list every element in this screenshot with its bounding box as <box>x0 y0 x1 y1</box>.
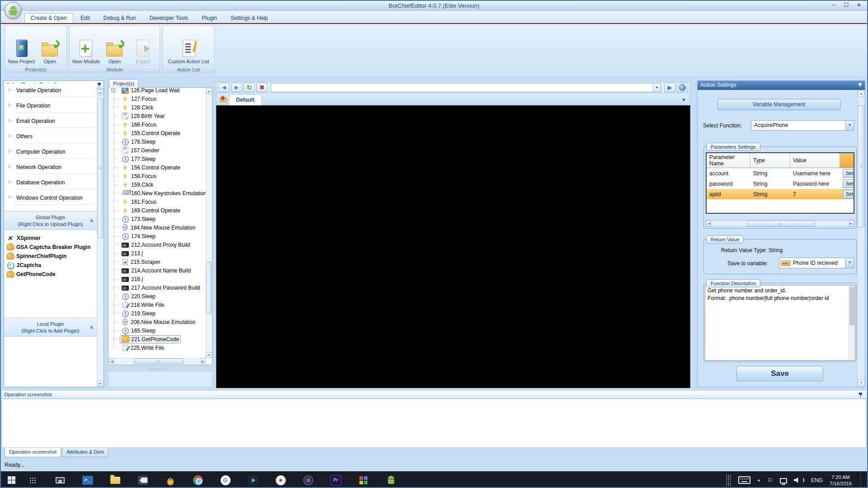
ribbon-button-custom-action-list[interactable]: Custom Action List <box>165 27 212 66</box>
action-center-flag-icon[interactable]: ⚐ <box>767 477 773 483</box>
action-step-213[interactable]: 213.| <box>109 249 206 258</box>
scroll-up-icon[interactable]: ▲ <box>206 88 212 94</box>
plugin-getphonecode[interactable]: GetPhoneCode <box>7 270 97 279</box>
action-step-177[interactable]: 177.Sleep <box>109 155 206 163</box>
file-explorer-icon[interactable] <box>109 474 122 487</box>
settings-panel-scrollbar[interactable]: ▲ ≡ ▼ <box>857 90 865 387</box>
scroll-down-icon[interactable]: ▼ <box>858 380 864 386</box>
show-desktop-button[interactable] <box>860 471 863 488</box>
scroll-down-icon[interactable]: ▼ <box>206 352 212 358</box>
action-step-169[interactable]: 169.Control Operate <box>109 206 206 215</box>
action-step-217[interactable]: 217.Account Password Build <box>109 283 206 292</box>
menu-tab-developer-tools[interactable]: Developer Tools <box>143 13 195 23</box>
scroll-right-icon[interactable]: ▶ <box>200 358 206 364</box>
browser-tab-default[interactable]: Default <box>229 94 262 105</box>
action-step-218[interactable]: 218.Write File <box>109 300 206 309</box>
camera-app-icon[interactable] <box>302 474 315 487</box>
plugin-2captcha[interactable]: 2Captcha <box>7 261 97 270</box>
menu-tab-settings-help[interactable]: Settings & Help <box>224 13 274 23</box>
app-logo-android-icon[interactable] <box>5 2 22 19</box>
chrome-icon[interactable] <box>192 474 204 487</box>
parameter-row-apiid[interactable]: apiidString7Set <box>707 189 854 199</box>
dropdown-arrow-icon[interactable]: ▼ <box>845 121 854 130</box>
movie-app-icon[interactable] <box>137 474 149 487</box>
action-step-159[interactable]: 159.Click <box>109 180 206 189</box>
parameters-hscrollbar[interactable]: ◀ |||| ▶ <box>706 220 854 227</box>
network-icon[interactable] <box>780 478 787 483</box>
back-button[interactable] <box>218 83 230 92</box>
menu-tab-edit[interactable]: Edit <box>74 13 96 23</box>
scroll-thumb[interactable]: |||| <box>747 221 815 226</box>
tab-list-dropdown-icon[interactable]: ▼ <box>682 98 686 102</box>
action-category-database-operation[interactable]: Database Operation <box>4 176 97 191</box>
ribbon-button-open[interactable]: Open <box>100 27 129 66</box>
forward-button[interactable] <box>231 83 242 92</box>
pen-dots-icon[interactable] <box>726 474 731 486</box>
premiere-icon[interactable] <box>330 474 342 487</box>
action-step-184[interactable]: 184.New Mouse Emulation <box>109 223 206 232</box>
scroll-left-icon[interactable]: ◀ <box>109 358 115 364</box>
globe-button[interactable] <box>677 83 688 92</box>
action-category-email-operation[interactable]: Email Operation <box>4 114 97 130</box>
volume-icon[interactable] <box>794 477 800 483</box>
action-step-220[interactable]: 220.Sleep <box>109 292 206 300</box>
cube-app-icon[interactable] <box>357 474 370 487</box>
pineapple-app-icon[interactable] <box>164 474 177 487</box>
action-panel-scrollbar[interactable]: ▲ ≡ ▼ <box>97 89 104 387</box>
action-step-166[interactable]: 166.Focus <box>109 120 206 129</box>
dark-media-app-icon[interactable] <box>247 474 259 487</box>
title-bar[interactable]: BotChiefEditor 4.0.7 (Elite Version) ─ ☐… <box>1 1 867 11</box>
powershell-icon[interactable] <box>81 474 94 487</box>
pin-icon[interactable] <box>858 83 862 88</box>
menu-tab-create-open[interactable]: Create & Open <box>24 13 73 23</box>
tab-attributes-dom[interactable]: Attributes & Dom <box>62 448 108 457</box>
parameter-row-account[interactable]: accountStringUsername hereSet <box>707 168 854 178</box>
action-step-178[interactable]: 178.Sleep <box>109 137 206 146</box>
url-input[interactable]: ▼ <box>271 83 661 92</box>
action-step-221[interactable]: 221.GetPhoneCode <box>109 335 206 343</box>
url-dropdown-icon[interactable]: ▼ <box>653 84 660 92</box>
touch-keyboard-icon[interactable] <box>738 476 750 484</box>
action-step-206[interactable]: 206.New Mouse Emulation <box>109 318 206 326</box>
variable-management-button[interactable]: Variable Management <box>717 99 840 110</box>
function-description-text[interactable]: Get phone number and order_id.Format: ph… <box>705 285 855 361</box>
action-step-219[interactable]: 219.Sleep <box>109 309 206 318</box>
action-step-127[interactable]: 127.Focus <box>109 94 206 103</box>
tab-operation-screenshot[interactable]: Operation screenshot <box>5 448 61 457</box>
set-button[interactable]: Set <box>843 179 854 188</box>
minimize-button[interactable]: ─ <box>827 1 840 10</box>
project-tree-hscrollbar[interactable]: ◀ |||| ▶ <box>109 358 206 364</box>
action-step-174[interactable]: 174.Sleep <box>109 232 206 240</box>
action-step-212[interactable]: 212.Account Proxy Build <box>109 240 206 249</box>
menu-tab-debug-run[interactable]: Debug & Run <box>97 13 142 23</box>
menu-tab-plugin[interactable]: Plugin <box>196 13 223 23</box>
pin-icon[interactable] <box>97 82 101 88</box>
save-button[interactable]: Save <box>736 366 823 381</box>
action-category-variable-operation[interactable]: Variable Operation <box>4 84 97 99</box>
ribbon-button-open[interactable]: Open <box>36 27 64 66</box>
ribbon-button-new-project[interactable]: New Project <box>7 27 36 66</box>
project-tree-vscrollbar[interactable]: ▲ ▼ <box>206 88 212 358</box>
parameter-row-password[interactable]: passwordStringPassword hereSet <box>707 178 854 189</box>
scroll-down-icon[interactable]: ▼ <box>98 380 103 386</box>
collapse-chevron-icon[interactable]: « <box>89 219 95 222</box>
description-scrollbar[interactable] <box>849 286 855 360</box>
plugin-gsa-captcha-breaker-plugin[interactable]: GSA Captcha Breaker Plugin <box>7 243 97 252</box>
start-button[interactable] <box>1 471 22 488</box>
action-step-158[interactable]: 158.Focus <box>109 172 206 180</box>
project-panel-tab[interactable]: Project(s) <box>109 79 138 88</box>
expand-box-icon[interactable]: + <box>111 88 115 92</box>
collapse-chevron-icon[interactable]: « <box>89 326 95 329</box>
action-step-215[interactable]: 215.Scraper <box>109 258 206 266</box>
plugin-spinnerchiefplugin[interactable]: SpinnerChiefPlugin <box>7 252 97 261</box>
refresh-button[interactable] <box>244 83 255 92</box>
scroll-left-icon[interactable]: ◀ <box>706 221 712 226</box>
action-step-160[interactable]: 160.New Keystrokes Emulation <box>109 189 206 197</box>
plugin-xspinner[interactable]: XSpinner <box>7 234 97 243</box>
go-button[interactable] <box>664 83 675 92</box>
android-emulator-icon[interactable] <box>385 474 397 487</box>
maximize-button[interactable]: ☐ <box>840 1 853 10</box>
ribbon-button-new-module[interactable]: New Module <box>72 27 100 66</box>
action-step-157[interactable]: 157.Gender <box>109 146 206 155</box>
scroll-up-icon[interactable]: ▲ <box>858 90 864 97</box>
